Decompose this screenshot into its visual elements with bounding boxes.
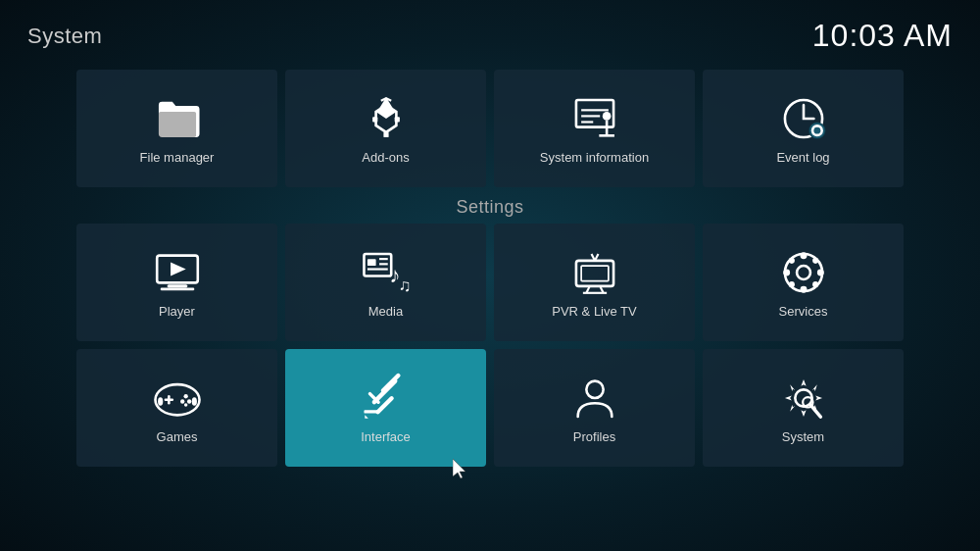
svg-rect-3 <box>383 131 388 136</box>
services-label: Services <box>779 304 828 319</box>
svg-point-43 <box>812 281 818 287</box>
svg-rect-0 <box>158 112 195 137</box>
svg-point-50 <box>183 403 186 406</box>
tile-pvr-live-tv[interactable]: PVR & Live TV <box>494 224 695 341</box>
profiles-label: Profiles <box>573 429 615 444</box>
event-log-label: Event log <box>776 150 829 165</box>
system-label: System <box>782 429 824 444</box>
system-information-icon <box>569 93 620 144</box>
page-title: System <box>27 24 102 49</box>
tile-system-information[interactable]: System information <box>494 70 695 187</box>
svg-point-49 <box>180 399 184 403</box>
games-label: Games <box>157 429 198 444</box>
svg-point-48 <box>186 399 190 403</box>
svg-rect-1 <box>372 117 377 122</box>
svg-marker-17 <box>171 262 186 276</box>
tile-event-log[interactable]: Event log <box>703 70 904 187</box>
tile-interface[interactable]: Interface <box>285 349 486 467</box>
settings-row-2: Games Interface Profiles <box>59 349 921 467</box>
player-label: Player <box>159 304 195 319</box>
svg-point-52 <box>191 397 196 406</box>
tile-services[interactable]: Services <box>703 224 904 341</box>
svg-rect-28 <box>581 266 609 281</box>
add-ons-icon <box>361 93 412 144</box>
svg-point-35 <box>797 266 810 279</box>
svg-rect-19 <box>160 287 194 290</box>
svg-rect-55 <box>364 410 377 413</box>
media-icon: ♪ ♫ <box>361 247 412 298</box>
settings-grid: Player ♪ ♫ Media <box>0 224 980 467</box>
system-information-label: System information <box>540 150 649 165</box>
svg-rect-18 <box>167 284 187 287</box>
tile-player[interactable]: Player <box>76 224 277 341</box>
svg-point-41 <box>812 257 818 263</box>
clock: 10:03 AM <box>812 18 953 54</box>
svg-point-39 <box>816 269 823 276</box>
svg-point-37 <box>800 285 807 292</box>
add-ons-label: Add-ons <box>362 150 409 165</box>
profiles-icon <box>569 373 620 424</box>
interface-label: Interface <box>361 429 411 444</box>
interface-icon <box>361 373 412 424</box>
svg-point-40 <box>788 257 794 263</box>
svg-text:♫: ♫ <box>398 276 411 295</box>
svg-marker-56 <box>365 415 368 418</box>
svg-rect-2 <box>394 117 399 122</box>
media-label: Media <box>368 304 403 319</box>
svg-rect-21 <box>367 259 375 266</box>
svg-point-59 <box>586 380 603 397</box>
tile-games[interactable]: Games <box>76 349 277 467</box>
system-icon <box>778 373 829 424</box>
svg-rect-57 <box>379 373 400 393</box>
svg-point-47 <box>183 394 187 398</box>
svg-point-7 <box>602 112 611 121</box>
pvr-icon <box>569 247 620 298</box>
player-icon <box>152 247 203 298</box>
svg-point-36 <box>800 252 807 259</box>
tile-profiles[interactable]: Profiles <box>494 349 695 467</box>
tile-add-ons[interactable]: Add-ons <box>285 70 486 187</box>
svg-point-15 <box>813 126 820 133</box>
services-icon <box>778 247 829 298</box>
header: System 10:03 AM <box>0 0 980 62</box>
svg-point-42 <box>788 281 794 287</box>
tile-system[interactable]: System <box>703 349 904 467</box>
games-icon <box>152 373 203 424</box>
file-manager-label: File manager <box>140 150 215 165</box>
settings-section-label: Settings <box>0 197 980 218</box>
svg-point-38 <box>783 269 790 276</box>
top-row: File manager Add-ons System information <box>0 70 980 187</box>
event-log-icon <box>778 93 829 144</box>
pvr-label: PVR & Live TV <box>552 304 636 319</box>
tile-file-manager[interactable]: File manager <box>76 70 277 187</box>
tile-media[interactable]: ♪ ♫ Media <box>285 224 486 341</box>
svg-point-51 <box>158 397 163 406</box>
file-manager-icon <box>152 93 203 144</box>
settings-row-1: Player ♪ ♫ Media <box>59 224 921 341</box>
